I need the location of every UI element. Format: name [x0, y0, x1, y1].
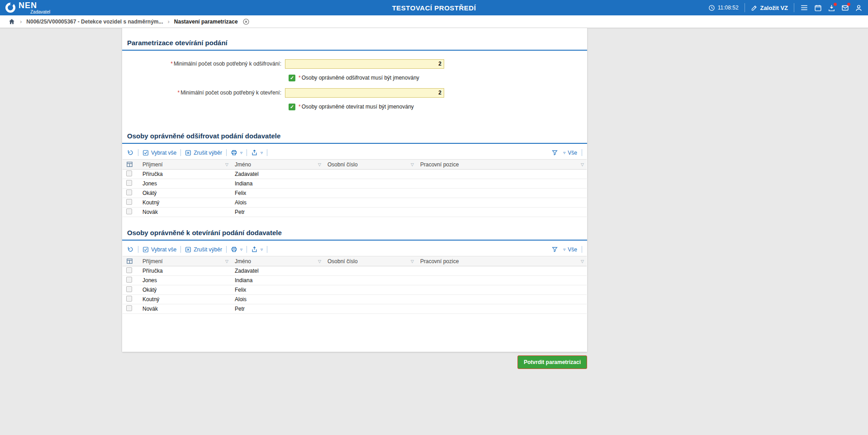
table-cell: [417, 189, 587, 198]
view-all-dropdown[interactable]: ▿ Vše: [563, 150, 577, 156]
row-checkbox[interactable]: [126, 170, 132, 176]
clock-icon: [708, 5, 715, 11]
column-filter-icon[interactable]: ▽: [581, 259, 584, 264]
table-cell: Felix: [231, 189, 324, 198]
column-filter-icon[interactable]: ▽: [411, 259, 414, 264]
messages-icon[interactable]: [841, 4, 849, 12]
table-cell: Alois: [231, 295, 324, 304]
column-filter-icon[interactable]: ▽: [318, 259, 321, 264]
separator: [247, 149, 247, 156]
filter-button[interactable]: [551, 246, 558, 253]
row-checkbox[interactable]: [126, 199, 132, 205]
chevron-down-icon[interactable]: ▿: [240, 247, 242, 252]
breadcrumb-procedure[interactable]: N006/25/V00005367 - Detekce vozidel s na…: [26, 19, 163, 25]
column-filter-icon[interactable]: ▽: [225, 259, 228, 264]
breadcrumb: › N006/25/V00005367 - Detekce vozidel s …: [0, 15, 868, 28]
print-button[interactable]: ▿: [231, 149, 242, 156]
filter-button[interactable]: [551, 149, 558, 156]
table-row[interactable]: KoutnýAlois: [123, 295, 587, 304]
create-vz-button[interactable]: Založit VZ: [751, 5, 788, 11]
close-tab-icon[interactable]: [242, 18, 250, 25]
form-row: *Minimální počet osob potřebný k odšifro…: [122, 59, 587, 69]
clear-selection-button[interactable]: Zrušit výběr: [185, 246, 222, 253]
table-row[interactable]: NovákPetr: [123, 304, 587, 314]
separator: [138, 246, 138, 253]
select-all-button[interactable]: Vybrat vše: [142, 246, 176, 253]
separator: [267, 149, 267, 156]
decrypt-named-checkbox[interactable]: ✓: [289, 75, 295, 81]
view-all-dropdown[interactable]: ▿ Vše: [563, 246, 577, 253]
refresh-button[interactable]: [127, 149, 134, 156]
table-header-row: Příjmení▽Jméno▽Osobní číslo▽Pracovní poz…: [123, 256, 587, 266]
column-header[interactable]: Osobní číslo▽: [324, 256, 417, 266]
confirm-parametrization-button[interactable]: Potvrdit parametrizaci: [517, 355, 587, 369]
table-row[interactable]: JonesIndiana: [123, 179, 587, 189]
chevron-down-icon[interactable]: ▿: [261, 150, 263, 155]
row-checkbox[interactable]: [126, 208, 132, 214]
decrypt-min-persons-input[interactable]: [285, 59, 444, 69]
column-settings-header[interactable]: [123, 256, 139, 266]
decrypt-named-label: *Osoby oprávněné odšifrovat musí být jme…: [299, 75, 419, 81]
chevron-right-icon: ›: [20, 18, 22, 25]
user-profile-icon[interactable]: [855, 4, 863, 12]
table-row[interactable]: PříručkaZadavatel: [123, 266, 587, 276]
app-logo[interactable]: NEN Zadavatel: [5, 1, 50, 14]
checkbox-x-icon: [185, 246, 191, 253]
top-bar: NEN Zadavatel TESTOVACÍ PROSTŘEDÍ 11:08:…: [0, 0, 868, 15]
chevron-down-icon[interactable]: ▿: [261, 247, 263, 252]
column-header[interactable]: Jméno▽: [231, 160, 324, 170]
column-filter-icon[interactable]: ▽: [411, 162, 414, 167]
table-cell: [324, 208, 417, 217]
column-header[interactable]: Pracovní pozice▽: [417, 160, 587, 170]
column-filter-icon[interactable]: ▽: [581, 162, 584, 167]
open-min-persons-input[interactable]: [285, 88, 444, 98]
table-row[interactable]: KoutnýAlois: [123, 198, 587, 208]
column-header[interactable]: Příjmení▽: [139, 160, 231, 170]
logo-subtitle: Zadavatel: [30, 10, 50, 14]
chevron-down-icon[interactable]: ▿: [240, 150, 242, 155]
menu-icon[interactable]: [800, 4, 808, 12]
column-header[interactable]: Pracovní pozice▽: [417, 256, 587, 266]
row-checkbox[interactable]: [126, 296, 132, 302]
column-header[interactable]: Příjmení▽: [139, 256, 231, 266]
table-row[interactable]: NovákPetr: [123, 208, 587, 217]
table-row[interactable]: OkátýFelix: [123, 285, 587, 295]
table-cell: Felix: [231, 285, 324, 295]
calendar-icon[interactable]: [814, 4, 822, 12]
table-row[interactable]: JonesIndiana: [123, 276, 587, 285]
column-header[interactable]: Osobní číslo▽: [324, 160, 417, 170]
row-checkbox[interactable]: [126, 267, 132, 273]
separator: [247, 246, 247, 253]
table-cell: Petr: [231, 208, 324, 217]
column-settings-icon: [126, 258, 136, 265]
column-filter-icon[interactable]: ▽: [318, 162, 321, 167]
open-named-checkbox[interactable]: ✓: [289, 104, 295, 110]
downloads-icon[interactable]: [828, 4, 835, 12]
column-settings-header[interactable]: [123, 160, 139, 170]
export-button[interactable]: ▿: [251, 246, 263, 253]
clear-selection-button[interactable]: Zrušit výběr: [185, 150, 222, 156]
home-icon[interactable]: [8, 18, 15, 25]
table-cell: Alois: [231, 198, 324, 208]
table-row[interactable]: PříručkaZadavatel: [123, 170, 587, 179]
column-header-label: Příjmení: [142, 161, 163, 168]
export-button[interactable]: ▿: [251, 149, 263, 156]
table-cell: [324, 179, 417, 189]
refresh-button[interactable]: [127, 246, 134, 253]
row-checkbox[interactable]: [126, 180, 132, 186]
table-cell: [417, 208, 587, 217]
table-row[interactable]: OkátýFelix: [123, 189, 587, 198]
table-cell: [324, 276, 417, 285]
row-checkbox[interactable]: [126, 286, 132, 292]
print-button[interactable]: ▿: [231, 246, 242, 253]
row-checkbox-cell: [123, 189, 139, 198]
row-checkbox[interactable]: [126, 189, 132, 195]
row-checkbox[interactable]: [126, 305, 132, 311]
select-all-button[interactable]: Vybrat vše: [142, 150, 176, 156]
row-checkbox[interactable]: [126, 277, 132, 283]
row-checkbox-cell: [123, 170, 139, 179]
edit-icon: [751, 5, 758, 11]
column-header[interactable]: Jméno▽: [231, 256, 324, 266]
column-filter-icon[interactable]: ▽: [225, 162, 228, 167]
separator: [226, 246, 227, 253]
